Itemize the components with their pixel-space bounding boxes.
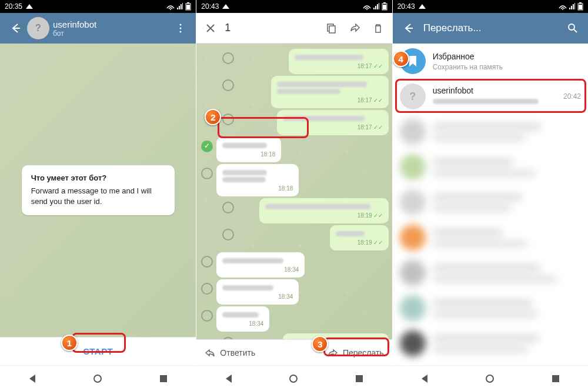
- message-row[interactable]: 18:34: [198, 252, 390, 278]
- forward-action-button[interactable]: Переслать: [328, 348, 384, 357]
- start-bar: СТАРТ: [0, 337, 196, 365]
- android-nav: [393, 365, 588, 391]
- saved-messages-item[interactable]: Избранное Сохранить на память: [393, 44, 588, 79]
- message-bubble[interactable]: 18:17✓✓: [289, 49, 389, 74]
- message-bubble[interactable]: 18:17✓✓: [277, 110, 389, 135]
- status-time: 20:43: [397, 2, 415, 11]
- nav-recent-icon[interactable]: [552, 375, 559, 382]
- action-bar: Ответить Переслать: [196, 339, 392, 365]
- bot-info-title: Что умеет этот бот?: [31, 173, 165, 182]
- reply-button[interactable]: Ответить: [205, 348, 255, 357]
- chat-title: userinfobot: [53, 19, 169, 29]
- forward-label: Переслать: [343, 348, 384, 357]
- svg-point-6: [180, 28, 182, 29]
- message-row[interactable]: 18:18: [198, 137, 390, 162]
- userinfobot-item[interactable]: ? userinfobot 20:42: [393, 79, 588, 114]
- nav-recent-icon[interactable]: [160, 375, 167, 382]
- chat-subtitle: бот: [53, 29, 169, 38]
- status-time: 20:35: [5, 2, 22, 11]
- nav-back-icon[interactable]: [29, 375, 35, 383]
- message-bubble[interactable]: 18:34: [216, 306, 269, 332]
- selection-header: 1: [196, 13, 392, 44]
- select-circle[interactable]: [201, 168, 213, 179]
- nav-back-icon[interactable]: [226, 375, 232, 383]
- bot-name: userinfobot: [433, 86, 563, 95]
- chat-item-blurred[interactable]: [393, 290, 588, 326]
- notification-icon: [419, 4, 426, 9]
- svg-rect-10: [383, 2, 386, 4]
- select-circle[interactable]: [201, 283, 213, 295]
- select-circle[interactable]: [201, 310, 213, 322]
- start-button[interactable]: СТАРТ: [70, 342, 126, 361]
- chat-header: ? userinfobot бот: [0, 13, 196, 44]
- back-button[interactable]: [4, 16, 27, 40]
- message-bubble[interactable]: 18:17✓✓: [271, 76, 389, 108]
- select-circle[interactable]: [201, 256, 213, 268]
- svg-point-14: [562, 9, 563, 10]
- android-nav: [196, 365, 392, 391]
- forward-button[interactable]: [343, 16, 366, 40]
- message-row[interactable]: 18:34: [198, 306, 390, 332]
- close-button[interactable]: [199, 16, 222, 40]
- message-row[interactable]: 18:19✓✓: [198, 225, 390, 250]
- chat-item-blurred[interactable]: [393, 149, 588, 185]
- message-row[interactable]: 18:34✓✓: [198, 333, 390, 339]
- chat-item-blurred[interactable]: [393, 326, 588, 361]
- message-row[interactable]: 18:18: [198, 164, 390, 196]
- chat-item-blurred[interactable]: [393, 185, 588, 220]
- status-bar: 20:43: [393, 0, 588, 13]
- avatar[interactable]: ?: [27, 17, 49, 39]
- message-row[interactable]: 18:19✓✓: [198, 198, 390, 223]
- search-button[interactable]: [561, 16, 584, 40]
- copy-button[interactable]: [319, 16, 343, 40]
- svg-rect-2: [187, 2, 189, 4]
- chat-area: Что умеет этот бот? Forward a message to…: [0, 44, 196, 337]
- forward-list: Избранное Сохранить на память ? userinfo…: [393, 44, 588, 365]
- signal-icon: [373, 3, 379, 10]
- back-button[interactable]: [396, 16, 420, 40]
- message-row[interactable]: 18:17✓✓: [198, 76, 390, 108]
- message-row[interactable]: 18:34: [198, 279, 390, 305]
- nav-home-icon[interactable]: [486, 375, 494, 383]
- message-bubble[interactable]: 18:19✓✓: [330, 225, 389, 250]
- select-circle[interactable]: [222, 79, 234, 91]
- message-bubble[interactable]: 18:34✓✓: [283, 333, 389, 339]
- message-row[interactable]: 18:17✓✓: [198, 49, 390, 74]
- reply-label: Ответить: [220, 348, 255, 357]
- wifi-icon: [559, 3, 567, 10]
- chat-area: 18:17✓✓18:17✓✓18:17✓✓18:1818:1818:19✓✓18…: [196, 44, 392, 339]
- message-bubble[interactable]: 18:19✓✓: [259, 198, 389, 223]
- select-circle[interactable]: [222, 229, 234, 240]
- saved-sub: Сохранить на память: [433, 63, 581, 71]
- svg-rect-13: [329, 26, 335, 33]
- more-button[interactable]: [169, 16, 192, 40]
- android-nav: [0, 365, 196, 391]
- chat-item-blurred[interactable]: [393, 114, 588, 149]
- select-circle[interactable]: [222, 52, 234, 64]
- forward-title: Переслать...: [423, 22, 561, 34]
- saved-name: Избранное: [433, 52, 581, 61]
- forward-header: Переслать...: [393, 13, 588, 44]
- message-bubble[interactable]: 18:34: [216, 279, 299, 305]
- select-circle[interactable]: [222, 337, 234, 339]
- chat-item-blurred[interactable]: [393, 255, 588, 290]
- status-bar: 20:35: [0, 0, 196, 13]
- message-bubble[interactable]: 18:34: [216, 252, 305, 278]
- select-circle[interactable]: [201, 141, 213, 152]
- delete-button[interactable]: [366, 16, 390, 40]
- nav-home-icon[interactable]: [93, 375, 102, 383]
- svg-point-7: [180, 31, 182, 33]
- select-circle[interactable]: [222, 113, 234, 125]
- nav-back-icon[interactable]: [422, 375, 427, 383]
- message-bubble[interactable]: 18:18: [216, 137, 281, 162]
- message-bubble[interactable]: 18:18: [216, 164, 299, 196]
- svg-rect-16: [579, 2, 582, 4]
- chat-item-blurred[interactable]: [393, 220, 588, 255]
- message-row[interactable]: 18:17✓✓: [198, 110, 390, 135]
- wifi-icon: [363, 3, 371, 10]
- nav-recent-icon[interactable]: [356, 375, 363, 382]
- select-circle[interactable]: [222, 202, 234, 213]
- wifi-icon: [166, 3, 175, 10]
- nav-home-icon[interactable]: [289, 375, 298, 383]
- status-time: 20:43: [201, 2, 219, 11]
